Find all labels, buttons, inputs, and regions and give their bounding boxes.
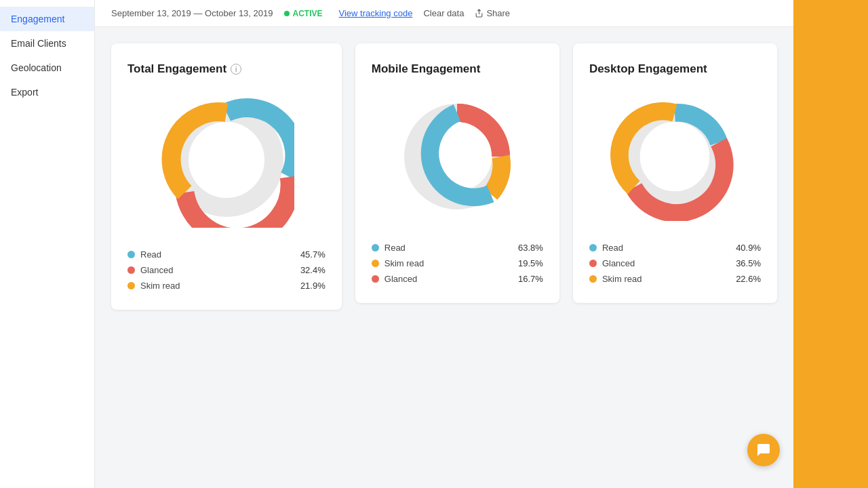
sidebar-item-email-clients[interactable]: Email Clients	[0, 31, 94, 56]
mobile-legend-read: Read 63.8%	[372, 243, 543, 253]
desktop-legend-read: Read 40.9%	[589, 243, 761, 253]
desktop-donut	[610, 92, 739, 221]
chat-icon	[755, 442, 772, 458]
mobile-glanced-dot	[372, 275, 379, 283]
mobile-read-pct: 63.8%	[518, 243, 543, 253]
desktop-legend-glanced: Glanced 36.5%	[589, 258, 761, 268]
right-orange-panel	[793, 0, 868, 488]
sidebar-item-engagement[interactable]: Engagement	[0, 7, 94, 31]
chat-button[interactable]	[747, 434, 780, 466]
header-bar: September 13, 2019 — October 13, 2019 AC…	[95, 0, 793, 27]
legend-glanced: Glanced 32.4%	[127, 265, 326, 275]
desktop-skim-read-dot	[589, 275, 597, 283]
info-icon[interactable]: i	[231, 64, 241, 75]
mobile-skim-read-dot	[372, 260, 379, 267]
desktop-read-pct: 40.9%	[736, 243, 761, 253]
desktop-glanced-dot	[589, 260, 597, 267]
desktop-engagement-title: Desktop Engagement	[589, 62, 707, 76]
mobile-engagement-card: Mobile Engagement	[355, 43, 559, 303]
clear-data-button[interactable]: Clear data	[423, 8, 464, 18]
mobile-legend: Read 63.8% Skim read 19.5% Glanced	[372, 243, 543, 284]
total-legend: Read 45.7% Glanced 32.4% Skim read	[127, 249, 326, 291]
mobile-read-dot	[372, 244, 379, 251]
desktop-legend: Read 40.9% Glanced 36.5% Skim read	[589, 243, 761, 284]
read-pct: 45.7%	[300, 249, 326, 260]
mobile-glanced-pct: 16.7%	[518, 274, 543, 284]
sidebar: Engagement Email Clients Geolocation Exp…	[0, 0, 95, 488]
total-donut	[159, 92, 294, 228]
desktop-donut-svg	[610, 92, 739, 221]
view-tracking-code-link[interactable]: View tracking code	[339, 8, 413, 18]
desktop-glanced-pct: 36.5%	[736, 258, 761, 268]
glanced-dot	[127, 266, 135, 274]
active-dot	[284, 11, 290, 16]
desktop-legend-skim-read: Skim read 22.6%	[589, 274, 761, 284]
mobile-engagement-title: Mobile Engagement	[372, 62, 481, 76]
total-engagement-card: Total Engagement i	[111, 43, 342, 310]
legend-skim-read: Skim read 21.9%	[127, 281, 326, 291]
sidebar-item-geolocation[interactable]: Geolocation	[0, 56, 94, 80]
cards-area: Total Engagement i	[95, 27, 793, 488]
header-actions: View tracking code Clear data Share	[339, 8, 511, 18]
legend-read: Read 45.7%	[127, 249, 326, 260]
mobile-legend-skim-read: Skim read 19.5%	[372, 258, 543, 268]
glanced-pct: 32.4%	[300, 265, 326, 275]
mobile-donut	[393, 92, 521, 221]
read-dot	[127, 251, 135, 258]
skim-read-pct: 21.9%	[300, 281, 326, 291]
main-content: September 13, 2019 — October 13, 2019 AC…	[95, 0, 793, 488]
mobile-donut-svg	[393, 92, 521, 221]
total-donut-svg	[159, 92, 294, 228]
date-range: September 13, 2019 — October 13, 2019	[111, 8, 273, 18]
desktop-skim-read-pct: 22.6%	[736, 274, 761, 284]
sidebar-item-export[interactable]: Export	[0, 80, 94, 104]
desktop-read-dot	[589, 244, 597, 251]
share-button[interactable]: Share	[475, 8, 510, 18]
skim-read-dot	[127, 282, 135, 289]
mobile-skim-read-pct: 19.5%	[518, 258, 543, 268]
mobile-legend-glanced: Glanced 16.7%	[372, 274, 543, 284]
desktop-engagement-card: Desktop Engagement	[573, 43, 777, 303]
total-engagement-title: Total Engagement i	[127, 62, 241, 76]
share-icon	[475, 9, 484, 18]
active-badge: ACTIVE	[284, 9, 323, 18]
